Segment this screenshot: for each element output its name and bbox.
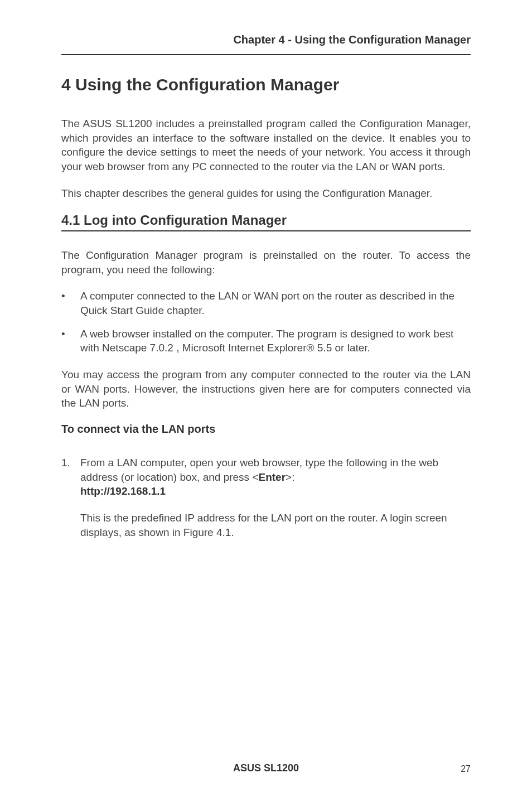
intro-paragraph-1: The ASUS SL1200 includes a preinstalled … bbox=[61, 117, 471, 174]
section-4-1-heading: 4.1 Log into Configuration Manager bbox=[61, 212, 471, 231]
bullet-marker: • bbox=[61, 327, 80, 355]
step-number: 1. bbox=[61, 456, 80, 499]
list-item: • A computer connected to the LAN or WAN… bbox=[61, 289, 471, 317]
page-footer: ASUS SL1200 27 bbox=[61, 762, 471, 774]
section-4-1-p2: You may access the program from any comp… bbox=[61, 368, 471, 410]
page: Chapter 4 - Using the Configuration Mana… bbox=[0, 0, 532, 802]
running-head: Chapter 4 - Using the Configuration Mana… bbox=[61, 33, 471, 46]
intro-paragraph-2: This chapter describes the general guide… bbox=[61, 186, 471, 201]
list-item: • A web browser installed on the compute… bbox=[61, 327, 471, 355]
list-item-text: A web browser installed on the computer.… bbox=[80, 327, 471, 355]
step-sub-paragraph: This is the predefined IP address for th… bbox=[80, 511, 471, 539]
steps-list: 1. From a LAN computer, open your web br… bbox=[61, 456, 471, 499]
subsection-heading: To connect via the LAN ports bbox=[61, 423, 471, 436]
step-text-bold-url: http://192.168.1.1 bbox=[80, 485, 166, 497]
bullet-marker: • bbox=[61, 289, 80, 317]
section-4-1-p1: The Configuration Manager program is pre… bbox=[61, 248, 471, 277]
list-item: 1. From a LAN computer, open your web br… bbox=[61, 456, 471, 499]
header-rule bbox=[61, 54, 471, 55]
step-text-bold-enter: Enter bbox=[258, 471, 286, 483]
list-item-text: A computer connected to the LAN or WAN p… bbox=[80, 289, 471, 317]
step-text: From a LAN computer, open your web brows… bbox=[80, 456, 471, 499]
step-text-post: >: bbox=[286, 471, 294, 483]
requirements-list: • A computer connected to the LAN or WAN… bbox=[61, 289, 471, 355]
footer-product: ASUS SL1200 bbox=[233, 762, 299, 774]
footer-page-number: 27 bbox=[461, 764, 471, 774]
chapter-title: 4 Using the Configuration Manager bbox=[61, 75, 471, 94]
